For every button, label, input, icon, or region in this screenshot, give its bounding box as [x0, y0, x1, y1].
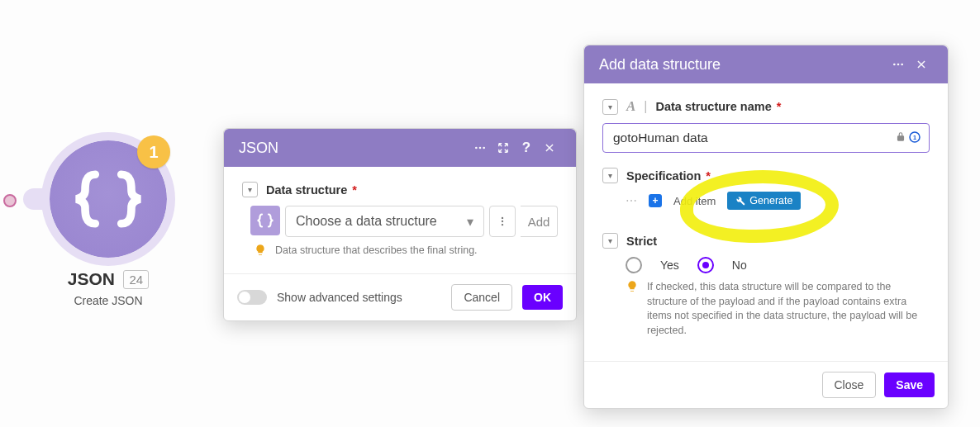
strict-yes-label: Yes — [660, 259, 679, 272]
panel-header: JSON ? — [224, 129, 576, 167]
strict-yes-radio[interactable] — [626, 257, 642, 273]
svg-point-1 — [479, 147, 482, 149]
generate-button[interactable]: Generate — [727, 192, 801, 210]
collapse-toggle[interactable]: ▾ — [602, 233, 618, 249]
ds-name-label: Data structure name * — [656, 100, 782, 113]
advanced-settings-toggle[interactable] — [237, 290, 267, 305]
tree-connector: ⋯ — [626, 194, 637, 207]
svg-point-5 — [502, 224, 503, 225]
node-title: JSON — [68, 269, 115, 289]
svg-point-2 — [483, 147, 485, 149]
svg-point-7 — [897, 64, 900, 66]
panel-title: JSON — [239, 140, 278, 157]
node-subtitle: Create JSON — [50, 294, 167, 307]
lock-icon — [895, 130, 906, 145]
help-icon[interactable]: ? — [515, 136, 538, 159]
add-data-structure-button[interactable]: Add — [521, 206, 558, 237]
ok-button[interactable]: OK — [522, 285, 563, 310]
text-type-icon: A — [626, 98, 635, 115]
input-port[interactable] — [3, 194, 17, 207]
more-icon[interactable] — [887, 53, 910, 76]
collapse-toggle[interactable]: ▾ — [242, 182, 258, 197]
svg-point-8 — [901, 64, 903, 66]
lightbulb-icon — [626, 280, 639, 293]
strict-hint: If checked, this data structure will be … — [647, 280, 930, 338]
data-structure-select[interactable]: Choose a data structure ▾ — [285, 206, 484, 237]
json-node[interactable]: 1 JSON 24 Create JSON — [50, 140, 167, 307]
json-node-circle[interactable]: 1 — [50, 140, 167, 258]
panel-header: Add data structure — [584, 45, 948, 83]
ds-name-input[interactable] — [602, 123, 930, 153]
strict-label: Strict — [626, 235, 657, 248]
wrench-icon — [735, 196, 745, 206]
advanced-settings-label: Show advanced settings — [277, 291, 402, 304]
braces-icon — [71, 170, 145, 228]
node-order-badge: 1 — [137, 135, 170, 168]
more-icon[interactable] — [469, 136, 492, 159]
svg-point-6 — [893, 64, 896, 66]
select-placeholder: Choose a data structure — [296, 214, 437, 229]
kebab-menu[interactable] — [489, 206, 516, 237]
data-structure-hint: Data structure that describes the final … — [275, 244, 478, 259]
close-icon[interactable] — [538, 136, 561, 159]
collapse-toggle[interactable]: ▾ — [602, 99, 618, 115]
add-data-structure-panel: Add data structure ▾ A | Data structure … — [583, 45, 949, 409]
add-item-button[interactable]: Add item — [673, 195, 716, 207]
add-item-icon[interactable]: + — [649, 194, 662, 207]
close-button[interactable]: Close — [822, 372, 877, 398]
json-config-panel: JSON ? ▾ Data structure * Choose a data … — [223, 128, 577, 321]
close-icon[interactable] — [910, 53, 933, 76]
data-structure-label: Data structure * — [266, 183, 357, 197]
save-button[interactable]: Save — [884, 372, 935, 397]
expand-icon[interactable] — [492, 136, 515, 159]
svg-point-3 — [502, 217, 503, 219]
svg-point-4 — [502, 221, 503, 222]
strict-no-radio[interactable] — [697, 257, 714, 273]
lightbulb-icon — [254, 244, 267, 257]
collapse-toggle[interactable]: ▾ — [602, 168, 618, 183]
chevron-down-icon: ▾ — [467, 214, 473, 230]
svg-point-0 — [475, 147, 478, 149]
panel-title: Add data structure — [599, 56, 721, 74]
svg-text:1: 1 — [913, 134, 916, 141]
specification-label: Specification * — [626, 169, 711, 183]
cancel-button[interactable]: Cancel — [451, 284, 512, 311]
onepassword-icon[interactable]: 1 — [908, 130, 921, 145]
data-structure-type-icon — [250, 206, 280, 235]
strict-no-label: No — [732, 259, 747, 272]
node-count-badge: 24 — [123, 270, 149, 289]
